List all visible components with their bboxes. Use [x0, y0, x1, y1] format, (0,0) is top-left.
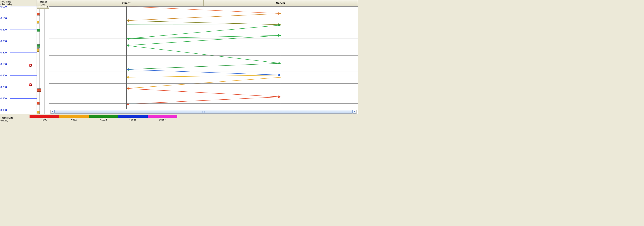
frame-bar[interactable] [37, 29, 40, 32]
message-arrow[interactable] [126, 97, 281, 104]
chart-gridline [49, 56, 358, 56]
chart-gridline [49, 13, 358, 13]
legend-segment [30, 115, 59, 118]
client-lifeline [126, 6, 127, 109]
main-content: Rel. Time (Seconds) 0.0000.1000.2000.300… [0, 0, 358, 114]
chart-gridline [49, 84, 358, 84]
legend: Frame Size (bytes) <100<512<1024<1515151… [0, 114, 358, 126]
error-icon[interactable] [29, 64, 32, 67]
rel-time-tick-line [10, 110, 36, 110]
frame-bar[interactable] [37, 88, 41, 92]
legend-segment [148, 115, 177, 118]
legend-title-line2: (bytes) [0, 119, 13, 122]
chart-header-client[interactable]: Client [49, 0, 204, 6]
frames-track [37, 9, 49, 114]
scroll-right-button[interactable] [352, 110, 356, 114]
rel-time-tick-label: 0.900 [0, 109, 10, 112]
frames-header: Frames 2% [37, 0, 49, 6]
legend-title-line1: Frame Size [0, 116, 13, 119]
rel-time-tick-line [10, 30, 36, 30]
chart-gridline [49, 97, 358, 97]
legend-segment [59, 115, 88, 118]
rel-time-tick-label: 0.400 [0, 51, 10, 54]
rel-time-tick: 0.400 [0, 51, 36, 54]
message-arrow[interactable] [126, 75, 281, 77]
rel-time-tick-line [10, 41, 36, 41]
chart-gridline [49, 6, 358, 6]
frame-bar[interactable] [37, 111, 40, 114]
scroll-track[interactable] [54, 110, 352, 114]
svg-marker-0 [52, 111, 53, 113]
rel-time-tick-line [10, 52, 36, 53]
chart-body[interactable] [49, 6, 358, 109]
chart-gridline [49, 62, 358, 62]
rel-time-tick: 0.200 [0, 28, 36, 31]
frames-header-line2: 2% [37, 3, 49, 6]
legend-title: Frame Size (bytes) [0, 116, 13, 122]
rel-time-tick-label: 0.100 [0, 17, 10, 20]
chart-gridline [49, 34, 358, 34]
rel-time-column: Rel. Time (Seconds) 0.0000.1000.2000.300… [0, 0, 37, 114]
legend-bar [30, 115, 177, 118]
frames-column: Frames 2% [37, 0, 49, 114]
legend-labels: <100<512<1024<15151515+ [30, 118, 177, 121]
error-icon[interactable] [29, 83, 32, 86]
chart-gridline [49, 66, 358, 67]
message-arrow[interactable] [126, 14, 281, 20]
message-arrow[interactable] [126, 6, 281, 14]
message-arrow[interactable] [126, 77, 281, 88]
rel-time-tick-label: 0.600 [0, 74, 10, 77]
legend-segment [88, 115, 118, 118]
frame-bar[interactable] [37, 13, 40, 16]
rel-time-tick-label: 0.700 [0, 86, 10, 88]
rel-time-tick-label: 0.200 [0, 28, 10, 31]
rel-time-tick-line [10, 18, 36, 18]
rel-time-tick-line [10, 98, 36, 99]
scroll-thumb[interactable] [54, 110, 352, 114]
chart-gridline [49, 24, 358, 24]
rel-time-tick: 0.300 [0, 40, 36, 42]
rel-time-tick: 0.100 [0, 17, 36, 20]
rel-time-header-line1: Rel. Time [0, 0, 36, 3]
frame-bar[interactable] [37, 21, 39, 24]
frame-bar[interactable] [37, 48, 39, 52]
legend-label: <1515 [118, 118, 148, 121]
scroll-left-button[interactable] [51, 110, 54, 114]
legend-segment [118, 115, 148, 118]
rel-time-tick: 0.000 [0, 5, 36, 8]
chart-svg [49, 6, 358, 109]
chart-gridline [49, 80, 358, 80]
chart-gridline [49, 104, 358, 104]
message-arrow[interactable] [126, 25, 281, 39]
message-arrow[interactable] [126, 88, 281, 97]
message-arrow[interactable] [126, 25, 281, 25]
rel-time-tick: 0.800 [0, 97, 36, 100]
server-lifeline [281, 6, 281, 109]
legend-label: <1024 [88, 118, 118, 121]
message-arrow[interactable] [126, 70, 281, 75]
chart-gridline [49, 38, 358, 38]
bounce-chart: Client Server [49, 0, 358, 114]
rel-time-tick-line [10, 6, 36, 7]
rel-time-tick: 0.600 [0, 74, 36, 77]
legend-label: <512 [59, 118, 88, 121]
legend-label: 1515+ [148, 118, 177, 121]
chart-gridline [49, 21, 358, 21]
rel-time-tick-line [10, 76, 36, 76]
rel-time-tick-label: 0.000 [0, 5, 10, 8]
rel-time-axis: 0.0000.1000.2000.3000.4000.5000.6000.700… [0, 6, 36, 114]
frames-header-line1: Frames [37, 0, 49, 3]
chart-gridline [49, 71, 358, 72]
message-arrow[interactable] [126, 64, 281, 70]
message-arrow[interactable] [126, 46, 281, 64]
svg-marker-1 [354, 111, 355, 113]
legend-label: <100 [30, 118, 59, 121]
horizontal-scrollbar[interactable] [50, 110, 356, 114]
rel-time-tick-label: 0.800 [0, 97, 10, 100]
chart-header-server[interactable]: Server [204, 0, 358, 6]
frame-bar[interactable] [37, 102, 40, 105]
rel-time-tick: 0.900 [0, 109, 36, 112]
rel-time-tick-label: 0.300 [0, 40, 10, 42]
rel-time-tick-line [10, 87, 36, 87]
frame-bar[interactable] [37, 44, 40, 48]
